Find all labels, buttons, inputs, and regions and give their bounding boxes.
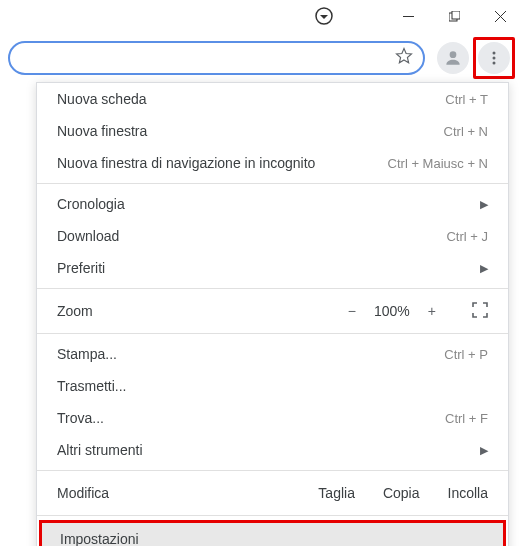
menu-item-label: Nuova scheda bbox=[57, 91, 147, 107]
menu-new-tab[interactable]: Nuova scheda Ctrl + T bbox=[37, 83, 508, 115]
paste-button[interactable]: Incolla bbox=[448, 485, 488, 501]
menu-cast[interactable]: Trasmetti... bbox=[37, 370, 508, 402]
svg-point-8 bbox=[493, 57, 496, 60]
zoom-out-button[interactable]: − bbox=[348, 303, 356, 319]
settings-highlight: Impostazioni bbox=[39, 520, 506, 546]
shortcut-label: Ctrl + F bbox=[445, 411, 488, 426]
profile-avatar[interactable] bbox=[437, 42, 469, 74]
submenu-arrow-icon: ▶ bbox=[480, 198, 488, 211]
shortcut-label: Ctrl + T bbox=[445, 92, 488, 107]
menu-item-label: Nuova finestra bbox=[57, 123, 147, 139]
separator bbox=[37, 183, 508, 184]
menu-item-label: Altri strumenti bbox=[57, 442, 143, 458]
zoom-in-button[interactable]: + bbox=[428, 303, 436, 319]
zoom-value: 100% bbox=[374, 303, 410, 319]
menu-new-window[interactable]: Nuova finestra Ctrl + N bbox=[37, 115, 508, 147]
separator bbox=[37, 288, 508, 289]
menu-find[interactable]: Trova... Ctrl + F bbox=[37, 402, 508, 434]
zoom-label: Zoom bbox=[57, 303, 348, 319]
bookmark-star-icon[interactable] bbox=[395, 47, 413, 69]
more-vertical-icon bbox=[486, 50, 502, 66]
address-bar[interactable] bbox=[8, 41, 425, 75]
menu-settings[interactable]: Impostazioni bbox=[42, 523, 503, 546]
menu-zoom: Zoom − 100% + bbox=[37, 293, 508, 329]
menu-downloads[interactable]: Download Ctrl + J bbox=[37, 220, 508, 252]
close-button[interactable] bbox=[477, 0, 523, 32]
menu-edit: Modifica Taglia Copia Incolla bbox=[37, 475, 508, 511]
edit-label: Modifica bbox=[57, 485, 318, 501]
fullscreen-icon bbox=[472, 302, 488, 318]
svg-rect-3 bbox=[452, 11, 460, 19]
menu-item-label: Stampa... bbox=[57, 346, 117, 362]
shortcut-label: Ctrl + J bbox=[446, 229, 488, 244]
separator bbox=[37, 470, 508, 471]
menu-item-label: Trasmetti... bbox=[57, 378, 127, 394]
menu-incognito[interactable]: Nuova finestra di navigazione in incogni… bbox=[37, 147, 508, 179]
separator bbox=[37, 515, 508, 516]
chrome-menu-button[interactable] bbox=[478, 42, 510, 74]
submenu-arrow-icon: ▶ bbox=[480, 262, 488, 275]
menu-bookmarks[interactable]: Preferiti ▶ bbox=[37, 252, 508, 284]
shortcut-label: Ctrl + P bbox=[444, 347, 488, 362]
maximize-button[interactable] bbox=[431, 0, 477, 32]
svg-point-9 bbox=[493, 62, 496, 65]
menu-item-label: Nuova finestra di navigazione in incogni… bbox=[57, 155, 315, 171]
chrome-menu: Nuova scheda Ctrl + T Nuova finestra Ctr… bbox=[36, 82, 509, 546]
menu-item-label: Cronologia bbox=[57, 196, 125, 212]
copy-button[interactable]: Copia bbox=[383, 485, 420, 501]
svg-point-6 bbox=[450, 51, 457, 58]
menu-more-tools[interactable]: Altri strumenti ▶ bbox=[37, 434, 508, 466]
minimize-button[interactable] bbox=[385, 0, 431, 32]
separator bbox=[37, 333, 508, 334]
extensions-indicator[interactable] bbox=[315, 7, 333, 29]
submenu-arrow-icon: ▶ bbox=[480, 444, 488, 457]
fullscreen-button[interactable] bbox=[472, 302, 488, 321]
menu-item-label: Trova... bbox=[57, 410, 104, 426]
window-controls bbox=[385, 0, 523, 32]
menu-button-highlight bbox=[473, 37, 515, 79]
menu-history[interactable]: Cronologia ▶ bbox=[37, 188, 508, 220]
menu-print[interactable]: Stampa... Ctrl + P bbox=[37, 338, 508, 370]
shortcut-label: Ctrl + Maiusc + N bbox=[388, 156, 488, 171]
cut-button[interactable]: Taglia bbox=[318, 485, 355, 501]
menu-item-label: Download bbox=[57, 228, 119, 244]
toolbar bbox=[0, 36, 523, 80]
menu-item-label: Preferiti bbox=[57, 260, 105, 276]
svg-point-7 bbox=[493, 52, 496, 55]
menu-item-label: Impostazioni bbox=[60, 531, 139, 546]
shortcut-label: Ctrl + N bbox=[444, 124, 488, 139]
